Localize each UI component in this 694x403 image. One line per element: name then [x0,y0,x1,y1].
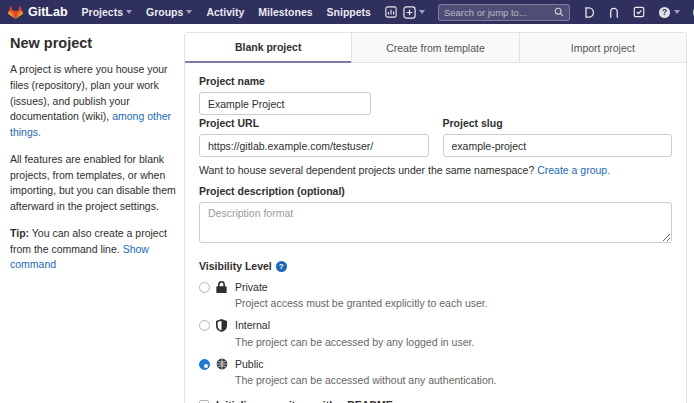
svg-text:?: ? [662,7,667,17]
create-a-group-link[interactable]: Create a group. [537,164,610,176]
search-input[interactable] [444,7,554,18]
visibility-option-public[interactable]: Public The project can be accessed witho… [199,358,672,386]
chevron-down-icon [186,10,192,14]
chevron-down-icon [419,10,425,14]
help-icon: ? [658,6,671,19]
radio-internal[interactable] [199,320,210,331]
project-description-textarea[interactable] [199,202,672,243]
sidebar-paragraph-2: All features are enabled for blank proje… [10,152,176,215]
project-tabs: Blank project Create from template Impor… [185,33,686,63]
radio-private[interactable] [199,282,210,293]
visibility-option-description: Project access must be granted explicitl… [235,297,672,309]
page-content: New project A project is where you house… [0,24,694,403]
issues-icon[interactable] [583,6,595,19]
blank-project-form: Project name Project URL Project slug Wa… [185,63,686,403]
lock-icon [216,281,235,293]
nav-item-groups[interactable]: Groups [146,6,192,18]
project-url-input[interactable] [199,134,429,157]
visibility-option-description: The project can be accessed by any logge… [235,336,672,348]
chevron-down-icon [674,10,680,14]
tab-import-project[interactable]: Import project [519,33,686,63]
visibility-help-icon[interactable]: ? [276,261,287,272]
logo-text: GitLab [28,5,68,19]
project-slug-field: Project slug [443,115,673,157]
readme-label: Initialize repository with a README [216,399,672,403]
chevron-down-icon [126,10,132,14]
tab-blank-project[interactable]: Blank project [185,33,351,63]
page-title: New project [10,35,176,51]
readme-option[interactable]: Initialize repository with a README Allo… [199,399,672,403]
plus-icon [403,6,416,19]
visibility-option-internal[interactable]: Internal The project can be accessed by … [199,319,672,348]
todos-icon[interactable] [633,6,645,18]
new-menu-button[interactable] [403,6,425,19]
top-navbar: GitLab Projects Groups Activity Mileston… [0,0,694,24]
gitlab-tanuki-icon [8,5,23,20]
sidebar-tip: Tip: You can also create a project from … [10,226,176,273]
namespace-hint: Want to house several dependent projects… [199,164,672,176]
project-url-label: Project URL [199,117,429,129]
gitlab-logo[interactable]: GitLab [8,5,68,20]
radio-public[interactable] [199,359,210,370]
tab-create-from-template[interactable]: Create from template [351,33,518,63]
visibility-level-label: Visibility Level [199,260,272,272]
globe-icon [216,358,235,370]
nav-item-projects[interactable]: Projects [82,6,132,18]
visibility-option-private[interactable]: Private Project access must be granted e… [199,281,672,309]
help-menu[interactable]: ? [658,6,680,19]
global-search[interactable] [438,4,570,21]
sidebar: New project A project is where you house… [10,32,184,403]
new-project-card: Blank project Create from template Impor… [184,32,687,403]
project-url-field: Project URL [199,115,429,157]
nav-item-activity[interactable]: Activity [206,6,244,18]
navbar-right: ? [403,4,694,21]
chart-icon[interactable] [385,6,397,18]
visibility-option-description: The project can be accessed without any … [235,374,672,386]
project-description-label: Project description (optional) [199,185,672,197]
visibility-option-name: Internal [235,319,672,331]
project-name-label: Project name [199,75,672,87]
nav-menu: Projects Groups Activity Milestones Snip… [82,6,397,18]
project-name-input[interactable] [199,92,371,115]
project-slug-input[interactable] [443,134,673,157]
nav-item-milestones[interactable]: Milestones [258,6,312,18]
visibility-option-name: Public [235,358,672,370]
merge-requests-icon[interactable] [608,6,620,19]
project-slug-label: Project slug [443,117,673,129]
nav-item-snippets[interactable]: Snippets [327,6,371,18]
tip-label: Tip: [10,227,29,239]
sidebar-paragraph-1: A project is where you house your files … [10,62,176,141]
search-icon [554,7,564,17]
shield-icon [216,319,235,332]
visibility-option-name: Private [235,281,672,293]
